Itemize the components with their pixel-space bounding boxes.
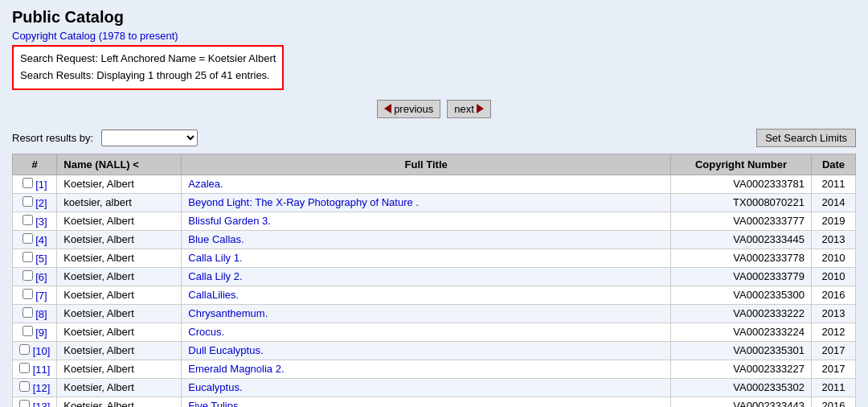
resort-bar: Resort results by: Set Search Limits — [12, 129, 856, 147]
row-checkbox[interactable] — [19, 344, 30, 355]
next-label: next — [454, 103, 474, 115]
table-row: [1]Koetsier, AlbertAzalea.VA000233378120… — [13, 175, 856, 193]
cell-title: Eucalyptus. — [182, 378, 671, 397]
cell-date: 2019 — [812, 212, 856, 230]
cell-num: [7] — [13, 286, 57, 304]
row-num-link[interactable]: [3] — [35, 216, 47, 228]
title-link[interactable]: Beyond Light: The X-Ray Photography of N… — [188, 196, 419, 208]
title-link[interactable]: Blue Callas. — [188, 233, 244, 245]
title-link[interactable]: Blissful Garden 3. — [188, 215, 271, 227]
row-checkbox[interactable] — [23, 233, 33, 244]
row-num-link[interactable]: [11] — [33, 364, 51, 376]
table-row: [7]Koetsier, AlbertCallaLilies.VA0002335… — [13, 286, 856, 304]
row-num-link[interactable]: [2] — [35, 197, 47, 209]
previous-button[interactable]: previous — [377, 100, 440, 118]
cell-copyright: VA0002333443 — [671, 397, 812, 407]
cell-date: 2016 — [812, 397, 856, 407]
title-link[interactable]: Dull Eucalyptus. — [188, 344, 263, 356]
cell-num: [10] — [13, 341, 57, 360]
row-num-link[interactable]: [12] — [33, 382, 51, 394]
search-request: Search Request: Left Anchored Name = Koe… — [20, 51, 276, 68]
col-header-title: Full Title — [182, 154, 671, 175]
row-num-link[interactable]: [8] — [35, 308, 47, 320]
row-checkbox[interactable] — [23, 178, 33, 188]
next-button[interactable]: next — [447, 100, 491, 118]
resort-select[interactable] — [101, 130, 198, 146]
row-num-link[interactable]: [9] — [35, 327, 47, 339]
cell-name: Koetsier, Albert — [57, 267, 182, 286]
row-num-link[interactable]: [10] — [33, 345, 51, 357]
cell-date: 2011 — [812, 175, 856, 193]
results-table: # Name (NALL) < Full Title Copyright Num… — [12, 154, 856, 407]
title-link[interactable]: Eucalyptus. — [188, 381, 242, 393]
row-num-link[interactable]: [4] — [35, 234, 47, 246]
title-link[interactable]: Emerald Magnolia 2. — [188, 363, 284, 375]
resort-label: Resort results by: — [12, 132, 93, 144]
table-row: [6]Koetsier, AlbertCalla Lily 2.VA000233… — [13, 267, 856, 286]
cell-name: Koetsier, Albert — [57, 397, 182, 407]
cell-copyright: VA0002333227 — [671, 360, 812, 378]
cell-name: Koetsier, Albert — [57, 175, 182, 193]
cell-date: 2016 — [812, 286, 856, 304]
row-checkbox[interactable] — [23, 326, 33, 336]
cell-title: Blissful Garden 3. — [182, 212, 671, 230]
row-num-link[interactable]: [1] — [35, 179, 47, 191]
col-header-name: Name (NALL) < — [57, 154, 182, 175]
row-checkbox[interactable] — [23, 270, 33, 281]
set-search-limits-button[interactable]: Set Search Limits — [756, 129, 856, 147]
cell-copyright: VA0002333778 — [671, 249, 812, 267]
cell-date: 2014 — [812, 193, 856, 212]
resort-left: Resort results by: — [12, 130, 198, 146]
cell-num: [2] — [13, 193, 57, 212]
cell-date: 2013 — [812, 304, 856, 323]
row-checkbox[interactable] — [23, 252, 33, 262]
cell-title: Crocus. — [182, 323, 671, 341]
subtitle-link[interactable]: Copyright Catalog (1978 to present) — [12, 30, 178, 42]
row-checkbox[interactable] — [23, 196, 33, 207]
cell-name: Koetsier, Albert — [57, 341, 182, 360]
table-row: [9]Koetsier, AlbertCrocus.VA000233322420… — [13, 323, 856, 341]
row-checkbox[interactable] — [23, 215, 33, 225]
row-num-link[interactable]: [7] — [35, 290, 47, 302]
arrow-left-icon — [384, 104, 391, 113]
title-link[interactable]: Calla Lily 1. — [188, 252, 242, 264]
cell-name: Koetsier, Albert — [57, 212, 182, 230]
row-num-link[interactable]: [13] — [33, 401, 51, 407]
title-link[interactable]: Chrysanthemum. — [188, 307, 268, 319]
table-row: [11]Koetsier, AlbertEmerald Magnolia 2.V… — [13, 360, 856, 378]
cell-name: Koetsier, Albert — [57, 304, 182, 323]
cell-num: [4] — [13, 230, 57, 249]
table-row: [12]Koetsier, AlbertEucalyptus.VA0002335… — [13, 378, 856, 397]
cell-title: Dull Eucalyptus. — [182, 341, 671, 360]
table-row: [5]Koetsier, AlbertCalla Lily 1.VA000233… — [13, 249, 856, 267]
row-num-link[interactable]: [6] — [35, 271, 47, 283]
cell-title: Azalea. — [182, 175, 671, 193]
title-link[interactable]: Azalea. — [188, 178, 223, 190]
col-header-date: Date — [812, 154, 856, 175]
row-checkbox[interactable] — [23, 307, 33, 318]
table-row: [10]Koetsier, AlbertDull Eucalyptus.VA00… — [13, 341, 856, 360]
title-link[interactable]: Five Tulips. — [188, 400, 241, 407]
cell-num: [9] — [13, 323, 57, 341]
cell-title: Five Tulips. — [182, 397, 671, 407]
table-row: [8]Koetsier, AlbertChrysanthemum.VA00023… — [13, 304, 856, 323]
cell-name: Koetsier, Albert — [57, 230, 182, 249]
pagination-bar: previous next — [12, 100, 856, 121]
title-link[interactable]: Crocus. — [188, 326, 224, 338]
row-checkbox[interactable] — [19, 381, 30, 392]
cell-num: [8] — [13, 304, 57, 323]
cell-num: [11] — [13, 360, 57, 378]
cell-date: 2017 — [812, 341, 856, 360]
cell-num: [3] — [13, 212, 57, 230]
table-body: [1]Koetsier, AlbertAzalea.VA000233378120… — [13, 175, 856, 407]
row-checkbox[interactable] — [19, 400, 30, 407]
title-link[interactable]: Calla Lily 2. — [188, 270, 242, 282]
row-num-link[interactable]: [5] — [35, 253, 47, 265]
cell-name: Koetsier, Albert — [57, 249, 182, 267]
row-checkbox[interactable] — [19, 363, 30, 373]
cell-copyright: VA0002333781 — [671, 175, 812, 193]
subtitle: Copyright Catalog (1978 to present) — [12, 30, 856, 42]
cell-name: koetsier, albert — [57, 193, 182, 212]
row-checkbox[interactable] — [23, 289, 33, 299]
title-link[interactable]: CallaLilies. — [188, 289, 239, 301]
